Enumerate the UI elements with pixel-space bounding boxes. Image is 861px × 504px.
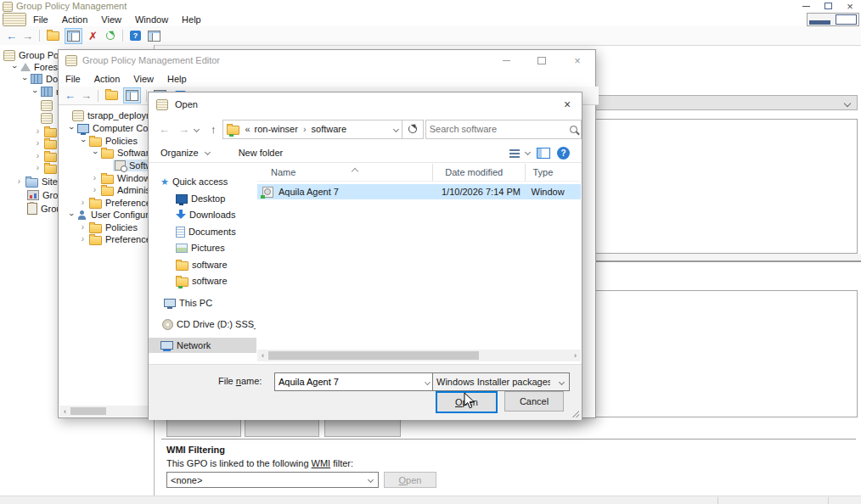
gpm-tree-gpo-1[interactable]: [41, 99, 53, 111]
column-date-modified[interactable]: Date modified: [433, 164, 526, 181]
cancel-button[interactable]: Cancel: [504, 391, 564, 412]
search-input[interactable]: [430, 124, 568, 134]
wmi-filter-combobox[interactable]: <none>: [166, 472, 379, 488]
export-list-icon[interactable]: [47, 31, 59, 41]
resize-grip[interactable]: [572, 411, 579, 417]
view-mode-button[interactable]: [509, 149, 530, 158]
wmi-heading: WMI Filtering: [166, 445, 225, 455]
scroll-right-icon[interactable]: ›: [570, 351, 581, 360]
child-restore-button[interactable]: [836, 14, 857, 25]
gpm-tree-sites[interactable]: ›Sites: [15, 176, 62, 188]
editor-tree-user-config[interactable]: ›User Configurati: [67, 209, 158, 221]
gpm-tree-ou-4[interactable]: ›: [34, 162, 57, 174]
nav-quick-access[interactable]: ★Quick access: [160, 176, 256, 188]
column-type[interactable]: Type: [526, 164, 581, 181]
dropdown-chevron-icon: [844, 100, 851, 107]
editor-tree-policies[interactable]: ›Policies: [79, 135, 138, 147]
back-icon[interactable]: ←: [65, 89, 76, 102]
breadcrumb-prefix[interactable]: «: [245, 124, 250, 134]
nav-back-icon[interactable]: ←: [159, 123, 170, 136]
preview-pane-icon[interactable]: [537, 148, 550, 159]
column-name[interactable]: Name: [257, 164, 433, 181]
search-icon[interactable]: [570, 126, 577, 133]
console-tree-icon[interactable]: [148, 31, 160, 42]
file-type-combobox[interactable]: Windows Installer packages (*.r: [432, 372, 570, 391]
gpm-menubar: File Action View Window Help: [0, 12, 861, 26]
console-window-icon[interactable]: [65, 28, 82, 44]
breadcrumb-crumb2[interactable]: software: [312, 124, 347, 134]
file-list-hscrollbar[interactable]: ‹ ›: [257, 350, 581, 361]
editor-tree-hscrollbar[interactable]: ‹: [59, 406, 156, 417]
search-box[interactable]: [425, 120, 582, 139]
editor-close-button[interactable]: ×: [560, 50, 595, 70]
editor-tree-software-settings[interactable]: ›Software: [91, 147, 154, 159]
gpm-minimize-button[interactable]: [795, 0, 817, 12]
editor-menu-help[interactable]: Help: [160, 72, 194, 86]
breadcrumb[interactable]: « ron-winser › software: [222, 120, 402, 139]
scroll-thumb[interactable]: [268, 351, 479, 360]
nav-up-icon[interactable]: ↑: [211, 123, 217, 136]
gpm-add-button[interactable]: [166, 418, 241, 437]
editor-tree-user-preferences[interactable]: ›Preferences: [79, 233, 155, 245]
file-name-input[interactable]: [279, 377, 422, 387]
scroll-left-icon[interactable]: ‹: [59, 407, 70, 416]
file-row-selected[interactable]: Aquila Agent 7 1/10/2026 7:14 PM Window: [257, 184, 581, 199]
nav-downloads[interactable]: Downloads: [176, 209, 256, 221]
gpm-tree-ou-2[interactable]: ›: [34, 137, 57, 149]
editor-tree-admin-templates[interactable]: ›Administ: [91, 184, 153, 196]
nav-forward-icon[interactable]: →: [178, 123, 189, 136]
nav-history-chevron-icon[interactable]: [194, 126, 200, 132]
new-folder-button[interactable]: New folder: [239, 148, 284, 158]
breadcrumb-crumb1[interactable]: ron-winser: [255, 124, 298, 134]
console-window-icon[interactable]: [123, 87, 141, 104]
gpm-menu-view[interactable]: View: [94, 13, 128, 26]
gpm-menu-action[interactable]: Action: [55, 13, 95, 26]
gpm-tree-ou-1[interactable]: ›: [34, 126, 57, 137]
gpm-tree-ou-3[interactable]: ›: [34, 150, 57, 162]
nav-desktop[interactable]: Desktop: [176, 193, 256, 204]
gpm-menu-file[interactable]: File: [26, 13, 55, 26]
editor-tree-computer-config[interactable]: ›Computer Confi: [67, 122, 158, 134]
editor-maximize-button[interactable]: [524, 50, 560, 70]
gpm-tree-gpo-2[interactable]: [41, 112, 53, 124]
address-refresh-button[interactable]: [402, 120, 424, 139]
editor-tree-user-policies[interactable]: ›Policies: [79, 221, 138, 233]
refresh-icon[interactable]: [106, 31, 115, 40]
editor-menu-action[interactable]: Action: [87, 72, 127, 86]
scroll-thumb[interactable]: [70, 407, 106, 415]
gpm-menu-help[interactable]: Help: [175, 13, 208, 26]
editor-tree-preferences[interactable]: ›Preferences: [79, 197, 155, 209]
child-minimize-button[interactable]: [809, 20, 830, 25]
dialog-close-button[interactable]: ×: [556, 94, 578, 115]
delete-icon[interactable]: ✗: [88, 30, 98, 42]
editor-menu-file[interactable]: File: [59, 72, 87, 86]
gpm-tree-results[interactable]: Grou: [27, 203, 61, 215]
scroll-left-icon[interactable]: ‹: [257, 351, 268, 360]
gpm-remove-button[interactable]: [245, 418, 319, 437]
editor-tree-windows-settings[interactable]: ›Windows: [91, 172, 155, 184]
gpm-properties-button[interactable]: [324, 418, 401, 437]
nav-documents[interactable]: Documents: [176, 226, 256, 238]
help-icon[interactable]: [130, 31, 141, 41]
nav-pictures[interactable]: Pictures: [176, 242, 256, 254]
wmi-open-button[interactable]: Open: [384, 472, 436, 488]
gpm-menu-window[interactable]: Window: [128, 13, 175, 26]
file-name-combobox[interactable]: [274, 372, 436, 391]
forward-icon[interactable]: →: [81, 89, 92, 102]
breadcrumb-chevron-icon[interactable]: [393, 126, 399, 132]
gpm-restore-button[interactable]: [817, 0, 839, 12]
forward-icon[interactable]: →: [22, 30, 33, 42]
organize-button[interactable]: Organize: [160, 148, 210, 158]
editor-menu-view[interactable]: View: [127, 72, 160, 86]
back-icon[interactable]: ←: [6, 30, 17, 42]
nav-cd-drive[interactable]: CD Drive (D:) SSS_X64: [162, 318, 256, 330]
gpm-close-button[interactable]: ×: [839, 0, 861, 12]
star-icon: ★: [160, 177, 169, 187]
nav-network[interactable]: Network: [149, 338, 256, 353]
nav-software-folder[interactable]: software: [176, 259, 256, 271]
nav-this-pc[interactable]: This PC: [164, 297, 256, 309]
editor-minimize-button[interactable]: [488, 50, 524, 70]
nav-software-shared-folder[interactable]: software: [176, 275, 256, 287]
dialog-help-icon[interactable]: [557, 147, 570, 160]
export-list-icon[interactable]: [105, 91, 118, 100]
